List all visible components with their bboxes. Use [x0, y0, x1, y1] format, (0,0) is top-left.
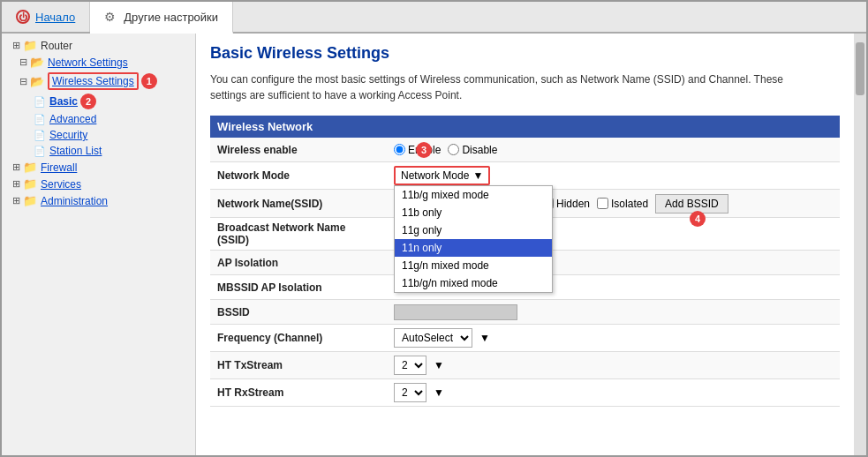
scrollbar-thumb[interactable] [856, 42, 864, 95]
power-icon: ⏻ [16, 10, 30, 24]
sidebar-item-wireless-settings[interactable]: ⊟ 📂 Wireless Settings 1 [16, 71, 195, 92]
description: You can configure the most basic setting… [210, 71, 840, 103]
isolated-checkbox[interactable] [597, 198, 608, 209]
row-frequency: Frequency (Channel) AutoSelect 123 ▼ [210, 325, 840, 352]
radio-disable[interactable] [448, 144, 459, 155]
annotation-3: 3 [416, 142, 432, 158]
dropdown-list: 11b/g mixed mode 11b only 11g only 11n o… [394, 185, 553, 293]
dropdown-current: Network Mode [401, 169, 469, 182]
table-header: Wireless Network [210, 116, 840, 138]
bssid-display [394, 304, 517, 320]
value-bssid [387, 301, 840, 324]
value-ht-txstream: 123 ▼ [387, 352, 840, 378]
sidebar-label-firewall: Firewall [41, 161, 77, 174]
rxstream-select[interactable]: 123 [394, 383, 426, 402]
label-broadcast-ssid: Broadcast Network Name (SSID) [210, 218, 387, 250]
sidebar-label-security: Security [49, 129, 87, 141]
radio-enable[interactable] [394, 144, 405, 155]
page-icon-security: 📄 [34, 130, 46, 141]
wireless-enable-off[interactable]: Disable [448, 144, 497, 156]
folder-open-icon: 📂 [30, 56, 44, 69]
expand-icon-3: ⊟ [19, 76, 27, 87]
hidden-label: Hidden [556, 198, 590, 210]
network-mode-dropdown[interactable]: Network Mode ▼ 11b/g mixed mode 11b only… [394, 166, 490, 185]
annotation-4: 4 [690, 211, 706, 227]
row-ht-txstream: HT TxStream 123 ▼ [210, 352, 840, 379]
folder-icon-adm: 📁 [23, 194, 37, 207]
frequency-arrow: ▼ [479, 332, 490, 344]
sidebar-item-basic[interactable]: 📄 Basic 2 [30, 92, 195, 111]
page-icon-station-list: 📄 [34, 146, 46, 157]
row-network-mode: Network Mode Network Mode ▼ 11b/g mixed … [210, 162, 840, 190]
sidebar-label-basic: Basic [49, 95, 78, 108]
txstream-select[interactable]: 123 [394, 356, 426, 375]
dropdown-item-11bg[interactable]: 11b/g mixed mode [395, 186, 552, 204]
value-ht-rxstream: 123 ▼ [387, 379, 840, 406]
dropdown-item-11n[interactable]: 11n only [395, 239, 552, 257]
sidebar-item-advanced[interactable]: 📄 Advanced [2, 111, 195, 127]
folder-icon-sv: 📁 [23, 177, 37, 191]
label-network-mode: Network Mode [210, 166, 387, 185]
dropdown-item-11bgn[interactable]: 11b/g/n mixed mode [395, 274, 552, 292]
value-network-mode: Network Mode ▼ 11b/g mixed mode 11b only… [387, 162, 840, 189]
sidebar-label-station-list: Station List [49, 145, 102, 157]
row-ht-rxstream: HT RxStream 123 ▼ [210, 379, 840, 407]
content-area: Basic Wireless Settings You can configur… [196, 34, 854, 455]
isolated-checkbox-label[interactable]: Isolated [597, 198, 648, 210]
tab-home[interactable]: ⏻ Начало [2, 2, 90, 32]
main-area: ⊞ 📁 Router ⊟ 📂 Network Settings ⊟ 📂 Wire… [2, 34, 866, 455]
tab-other-settings[interactable]: ⚙ Другие настройки [90, 2, 233, 34]
dropdown-item-11g[interactable]: 11g only [395, 221, 552, 239]
frequency-select[interactable]: AutoSelect 123 [394, 328, 472, 348]
label-ap-isolation: AP Isolation [210, 253, 387, 273]
label-mbssid-isolation: MBSSID AP Isolation [210, 278, 387, 297]
annotation-3-wrapper: 3 [413, 142, 432, 158]
expand-icon-fw: ⊞ [12, 161, 20, 173]
folder-icon-fw: 📁 [23, 161, 37, 174]
dropdown-display[interactable]: Network Mode ▼ [394, 166, 490, 185]
sidebar-label-administration: Administration [41, 195, 108, 207]
rxstream-arrow: ▼ [434, 386, 444, 399]
expand-icon-2: ⊟ [19, 56, 27, 68]
folder-icon: 📁 [23, 39, 37, 52]
txstream-arrow: ▼ [434, 359, 444, 371]
sidebar-item-security[interactable]: 📄 Security [2, 127, 195, 143]
row-wireless-enable: Wireless enable Enable Disable [210, 138, 840, 162]
label-ht-rxstream: HT RxStream [210, 383, 387, 402]
tab-home-label[interactable]: Начало [35, 11, 75, 24]
sidebar-item-firewall[interactable]: ⊞ 📁 Firewall [2, 159, 195, 176]
wireless-settings-highlight: Wireless Settings [48, 72, 139, 90]
dropdown-item-11b[interactable]: 11b only [395, 204, 552, 221]
label-bssid: BSSID [210, 303, 387, 322]
tab-bar: ⏻ Начало ⚙ Другие настройки [2, 2, 866, 34]
sidebar: ⊞ 📁 Router ⊟ 📂 Network Settings ⊟ 📂 Wire… [2, 34, 196, 455]
sidebar-item-administration[interactable]: ⊞ 📁 Administration [2, 192, 195, 209]
sidebar-item-station-list[interactable]: 📄 Station List [2, 143, 195, 159]
page-icon-basic: 📄 [34, 96, 46, 108]
sidebar-item-network-settings[interactable]: ⊟ 📂 Network Settings [2, 54, 195, 71]
sidebar-item-services[interactable]: ⊞ 📁 Services [2, 176, 195, 192]
expand-icon-sv: ⊞ [12, 178, 20, 190]
label-frequency: Frequency (Channel) [210, 328, 387, 348]
expand-icon-adm: ⊞ [12, 195, 20, 206]
expand-icon: ⊞ [12, 40, 20, 51]
sidebar-label-router: Router [41, 40, 72, 52]
sidebar-label-wireless: Wireless Settings [52, 75, 134, 87]
settings-table-wrapper: 3 4 Wireless Network Wireless enable Ena… [210, 116, 840, 407]
value-frequency: AutoSelect 123 ▼ [387, 325, 840, 351]
annotation-4-wrapper: 4 [687, 211, 706, 227]
sidebar-label-advanced: Advanced [49, 113, 96, 125]
page-icon-advanced: 📄 [34, 114, 46, 125]
sidebar-label-network-settings: Network Settings [48, 56, 128, 69]
scrollbar[interactable] [854, 34, 866, 455]
isolated-label: Isolated [611, 198, 648, 210]
folder-open-icon-2: 📂 [30, 75, 44, 88]
sidebar-item-router[interactable]: ⊞ 📁 Router [2, 37, 195, 54]
page-title: Basic Wireless Settings [210, 44, 840, 63]
annotation-1: 1 [141, 73, 157, 89]
annotation-2: 2 [80, 94, 96, 109]
dropdown-item-11gn[interactable]: 11g/n mixed mode [395, 257, 552, 274]
tab-other-label: Другие настройки [124, 11, 218, 24]
label-ht-txstream: HT TxStream [210, 356, 387, 375]
dropdown-arrow: ▼ [472, 169, 483, 182]
